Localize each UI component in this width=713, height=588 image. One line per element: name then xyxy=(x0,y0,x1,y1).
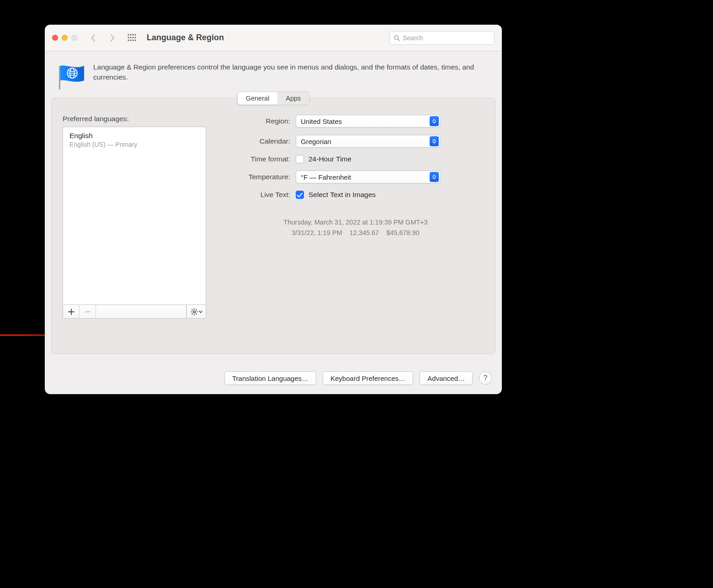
window-controls xyxy=(52,35,77,41)
region-label: Region: xyxy=(227,117,296,125)
language-subtitle: English (US) — Primary xyxy=(69,141,199,148)
tabs: General Apps xyxy=(237,91,310,105)
footer: Translation Languages… Keyboard Preferen… xyxy=(45,365,502,394)
svg-point-13 xyxy=(134,39,136,41)
svg-point-10 xyxy=(128,39,129,41)
gear-icon xyxy=(191,308,198,315)
24hour-checkbox[interactable] xyxy=(296,155,304,163)
svg-rect-16 xyxy=(59,66,60,90)
toolbar-spacer xyxy=(96,305,186,318)
livetext-text: Select Text in Images xyxy=(309,191,376,199)
region-value: United States xyxy=(301,118,342,125)
language-actions-button[interactable] xyxy=(186,305,206,318)
svg-line-25 xyxy=(192,309,192,310)
svg-point-8 xyxy=(132,37,133,38)
chevron-down-icon xyxy=(199,310,202,314)
description-text: Language & Region preferences control th… xyxy=(93,62,489,83)
header-description: Language & Region preferences control th… xyxy=(45,51,502,98)
search-field[interactable] xyxy=(389,31,495,45)
languages-list[interactable]: English English (US) — Primary xyxy=(63,127,206,305)
tab-general[interactable]: General xyxy=(238,92,278,105)
svg-point-2 xyxy=(128,34,129,35)
preferences-window: Language & Region xyxy=(45,25,502,394)
translation-languages-button[interactable]: Translation Languages… xyxy=(224,371,316,385)
stepper-icon xyxy=(430,116,439,126)
temperature-label: Temperature: xyxy=(227,173,296,181)
svg-point-5 xyxy=(134,34,136,35)
svg-point-11 xyxy=(130,39,131,41)
temperature-value: °F — Fahrenheit xyxy=(301,173,351,181)
forward-button[interactable] xyxy=(105,31,120,45)
search-icon xyxy=(394,35,400,41)
advanced-button[interactable]: Advanced… xyxy=(420,371,473,385)
svg-point-9 xyxy=(134,37,136,38)
preferred-languages-section: Preferred languages: English English (US… xyxy=(63,115,206,319)
help-button[interactable]: ? xyxy=(479,372,492,385)
svg-line-28 xyxy=(196,309,196,310)
minus-icon xyxy=(85,309,91,315)
add-language-button[interactable] xyxy=(63,305,80,318)
svg-line-15 xyxy=(398,39,400,41)
svg-point-20 xyxy=(193,310,195,312)
minimize-button[interactable] xyxy=(62,35,68,41)
calendar-label: Calendar: xyxy=(227,137,296,145)
tab-apps[interactable]: Apps xyxy=(277,92,309,105)
stepper-icon xyxy=(430,136,439,146)
remove-language-button xyxy=(80,305,96,318)
language-name: English xyxy=(69,132,199,140)
plus-icon xyxy=(68,309,74,315)
keyboard-preferences-button[interactable]: Keyboard Preferences… xyxy=(323,371,413,385)
chevron-right-icon xyxy=(110,34,115,42)
pane-icon xyxy=(55,63,84,92)
temperature-select[interactable]: °F — Fahrenheit xyxy=(296,171,440,183)
search-input[interactable] xyxy=(403,34,490,42)
zoom-button xyxy=(71,35,77,41)
back-button[interactable] xyxy=(85,31,101,45)
svg-line-27 xyxy=(192,313,192,314)
grid-icon xyxy=(128,34,136,42)
format-example: Thursday, March 31, 2022 at 1:19:39 PM G… xyxy=(227,217,484,238)
preferred-languages-heading: Preferred languages: xyxy=(63,115,206,123)
calendar-value: Gregorian xyxy=(301,138,331,145)
example-line2: 3/31/22, 1:19 PM 12,345.67 $45,678.90 xyxy=(227,228,484,238)
show-all-button[interactable] xyxy=(124,31,139,45)
main-panel: General Apps Preferred languages: Englis… xyxy=(51,98,495,354)
svg-point-4 xyxy=(132,34,133,35)
settings-form: Region: United States Calendar: Gregoria… xyxy=(227,115,484,319)
livetext-checkbox[interactable] xyxy=(296,191,304,199)
close-button[interactable] xyxy=(52,35,58,41)
list-item[interactable]: English English (US) — Primary xyxy=(63,127,206,152)
calendar-select[interactable]: Gregorian xyxy=(296,135,440,148)
example-line1: Thursday, March 31, 2022 at 1:19:39 PM G… xyxy=(227,217,484,228)
svg-point-12 xyxy=(132,39,133,41)
languages-toolbar xyxy=(63,305,206,319)
region-select[interactable]: United States xyxy=(296,115,440,128)
svg-point-3 xyxy=(130,34,131,35)
titlebar: Language & Region xyxy=(45,25,502,51)
svg-line-26 xyxy=(196,313,196,314)
svg-point-7 xyxy=(130,37,131,38)
chevron-left-icon xyxy=(90,34,96,42)
svg-point-6 xyxy=(128,37,129,38)
time-format-label: Time format: xyxy=(227,155,296,163)
livetext-label: Live Text: xyxy=(227,191,296,199)
24hour-text: 24-Hour Time xyxy=(309,155,351,163)
stepper-icon xyxy=(430,172,439,182)
window-title: Language & Region xyxy=(147,33,224,43)
